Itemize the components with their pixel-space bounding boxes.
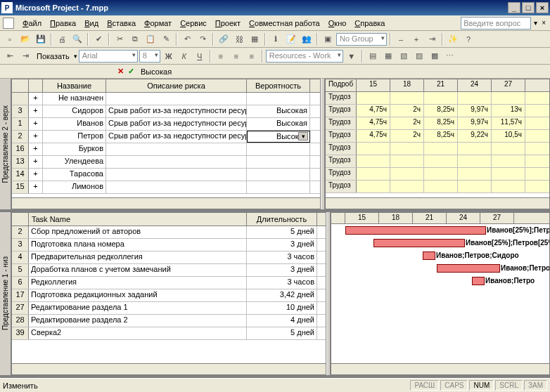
align-right-icon[interactable]: ≡ bbox=[245, 49, 259, 63]
view-usage-icon[interactable]: ▨ bbox=[412, 49, 426, 63]
open-icon[interactable]: 📂 bbox=[18, 32, 32, 46]
view-name-bottom[interactable]: Представление 1 - низ bbox=[0, 212, 11, 375]
minimize-button[interactable]: _ bbox=[508, 2, 520, 13]
usage-row[interactable]: Трудоз bbox=[326, 92, 549, 105]
copy-icon[interactable]: ⧉ bbox=[128, 32, 142, 46]
table-row[interactable]: 39Сверка25 дней bbox=[12, 327, 326, 340]
outdent-icon[interactable]: ⇤ bbox=[3, 49, 17, 63]
spell-icon[interactable]: ✔ bbox=[91, 32, 105, 46]
paste-icon[interactable]: 📋 bbox=[143, 32, 158, 46]
indent-icon[interactable]: ⇥ bbox=[18, 49, 32, 63]
new-icon[interactable]: ▫ bbox=[3, 32, 17, 46]
gantt-bar[interactable]: Иванов;Петро bbox=[472, 277, 485, 285]
bottom-grid[interactable]: Task NameДлительность 2Сбор предложений … bbox=[11, 212, 326, 375]
table-row[interactable]: 15+Лимонов bbox=[12, 181, 320, 194]
cut-icon[interactable]: ✂ bbox=[113, 32, 127, 46]
unlink-icon[interactable]: ⛓ bbox=[232, 32, 246, 46]
menu-Формат[interactable]: Формат bbox=[140, 18, 176, 29]
publish-icon[interactable]: ▣ bbox=[321, 32, 335, 46]
info-icon[interactable]: ℹ bbox=[269, 32, 283, 46]
view-res-icon[interactable]: ▩ bbox=[428, 49, 442, 63]
table-row[interactable]: 5Доработка планов с учетом замечаний3 дн… bbox=[12, 264, 326, 277]
assign-icon[interactable]: 👥 bbox=[300, 32, 314, 46]
gantt-bar[interactable]: Иванов;Петро bbox=[437, 264, 500, 273]
help-search-input[interactable] bbox=[461, 17, 531, 30]
mdi-restore-icon[interactable]: ▾ bbox=[532, 19, 539, 27]
menu-Справка[interactable]: Справка bbox=[350, 18, 389, 29]
goto-icon[interactable]: ⇥ bbox=[425, 32, 439, 46]
table-row[interactable]: 13+Улендеева bbox=[12, 156, 320, 169]
filter-combo[interactable]: Resources - Work bbox=[266, 50, 343, 63]
link-icon[interactable]: 🔗 bbox=[217, 32, 231, 46]
group-combo[interactable]: No Group bbox=[336, 33, 387, 46]
format-painter-icon[interactable]: ✎ bbox=[159, 32, 173, 46]
entry-value[interactable]: Высокая bbox=[136, 67, 172, 76]
usage-row[interactable]: Трудоз bbox=[326, 143, 549, 155]
col-header[interactable] bbox=[12, 213, 29, 226]
preview-icon[interactable]: 🔍 bbox=[70, 32, 84, 46]
menu-Сервис[interactable]: Сервис bbox=[176, 18, 211, 29]
wizard-icon[interactable]: ✨ bbox=[446, 32, 460, 46]
table-row[interactable]: 2+ПетровСрыв работ из-за недоступности р… bbox=[12, 131, 320, 143]
table-row[interactable]: 3Подготовка плана номера3 дней bbox=[12, 239, 326, 251]
font-combo[interactable]: Arial bbox=[79, 50, 138, 63]
menu-Вставка[interactable]: Вставка bbox=[103, 18, 140, 29]
usage-row[interactable]: Трудоз4,75ч2ч8,25ч9,97ч11,57ч bbox=[326, 117, 549, 130]
col-header[interactable] bbox=[12, 79, 29, 92]
undo-icon[interactable]: ↶ bbox=[180, 32, 194, 46]
fontsize-combo[interactable]: 8 bbox=[139, 50, 160, 63]
table-row[interactable]: 6Редколлегия3 часов bbox=[12, 277, 326, 289]
table-row[interactable]: 2Сбор предложений от авторов5 дней bbox=[12, 226, 326, 239]
split-icon[interactable]: ▦ bbox=[248, 32, 262, 46]
menu-Правка[interactable]: Правка bbox=[46, 18, 80, 29]
table-row[interactable]: 14+Тарасова bbox=[12, 169, 320, 181]
usage-row[interactable]: Трудоз4,75ч2ч8,25ч9,97ч13ч bbox=[326, 105, 549, 117]
view-gantt-icon[interactable]: ▤ bbox=[366, 49, 380, 63]
gantt-chart[interactable]: 1518212427 Иванов[25%];Петров[25%];Сидор… bbox=[331, 212, 550, 375]
table-row[interactable]: 17Подготовка редакционных заданий3,42 дн… bbox=[12, 289, 326, 302]
autofilter-icon[interactable]: ▼ bbox=[345, 49, 359, 63]
menu-Вид[interactable]: Вид bbox=[80, 18, 103, 29]
usage-row[interactable]: Трудоз bbox=[326, 181, 549, 193]
zoom-out-icon[interactable]: – bbox=[394, 32, 408, 46]
col-header[interactable]: Описание риска bbox=[106, 79, 247, 92]
view-name-top[interactable]: Представление 2 - верх bbox=[0, 79, 11, 209]
align-center-icon[interactable]: ≡ bbox=[229, 49, 243, 63]
zoom-in-icon[interactable]: + bbox=[409, 32, 423, 46]
menu-Совместная работа[interactable]: Совместная работа bbox=[245, 18, 324, 29]
view-cal-icon[interactable]: ▦ bbox=[381, 49, 395, 63]
mdi-close-icon[interactable]: × bbox=[540, 19, 547, 27]
top-timephased[interactable]: Подроб1518212427 ТрудозТрудоз4,75ч2ч8,25… bbox=[325, 79, 550, 209]
table-row[interactable]: 1+ИвановСрыв работ из-за недоступности р… bbox=[12, 118, 320, 131]
top-grid[interactable]: НазваниеОписание рискаВероятность +Не на… bbox=[11, 79, 321, 209]
print-icon[interactable]: 🖨 bbox=[55, 32, 69, 46]
gantt-bar[interactable]: Иванов[25%];Петров[25% bbox=[373, 239, 465, 247]
view-net-icon[interactable]: ▧ bbox=[397, 49, 411, 63]
col-header[interactable] bbox=[29, 79, 43, 92]
accept-entry-icon[interactable]: ✓ bbox=[126, 67, 136, 76]
table-row[interactable]: 28Редактирование раздела 24 дней bbox=[12, 315, 326, 327]
underline-icon[interactable]: Ч bbox=[193, 49, 207, 63]
table-row[interactable]: +Не назначен bbox=[12, 93, 320, 105]
note-icon[interactable]: 📝 bbox=[284, 32, 298, 46]
bold-icon[interactable]: Ж bbox=[162, 49, 176, 63]
col-header[interactable]: Длительность bbox=[247, 213, 317, 226]
menu-Файл[interactable]: Файл bbox=[18, 18, 46, 29]
usage-row[interactable]: Трудоз bbox=[326, 168, 549, 181]
maximize-button[interactable]: □ bbox=[522, 2, 535, 13]
close-button[interactable]: × bbox=[536, 2, 549, 13]
help-icon[interactable]: ? bbox=[461, 32, 475, 46]
view-more-icon[interactable]: ⋯ bbox=[443, 49, 457, 63]
save-icon[interactable]: 💾 bbox=[34, 32, 48, 46]
gantt-bar[interactable]: Иванов;Петров;Сидоро bbox=[423, 251, 435, 260]
col-header[interactable]: Вероятность bbox=[247, 79, 310, 92]
redo-icon[interactable]: ↷ bbox=[196, 32, 210, 46]
table-row[interactable]: 16+Бурков bbox=[12, 143, 320, 156]
col-header[interactable]: Task Name bbox=[29, 213, 247, 226]
table-row[interactable]: 27Редактирование раздела 110 дней bbox=[12, 302, 326, 315]
cancel-entry-icon[interactable]: ✕ bbox=[115, 67, 126, 76]
italic-icon[interactable]: К bbox=[177, 49, 191, 63]
table-row[interactable]: 3+СидоровСрыв работ из-за недоступности … bbox=[12, 105, 320, 118]
col-header[interactable]: Название bbox=[43, 79, 106, 92]
usage-row[interactable]: Трудоз bbox=[326, 155, 549, 168]
